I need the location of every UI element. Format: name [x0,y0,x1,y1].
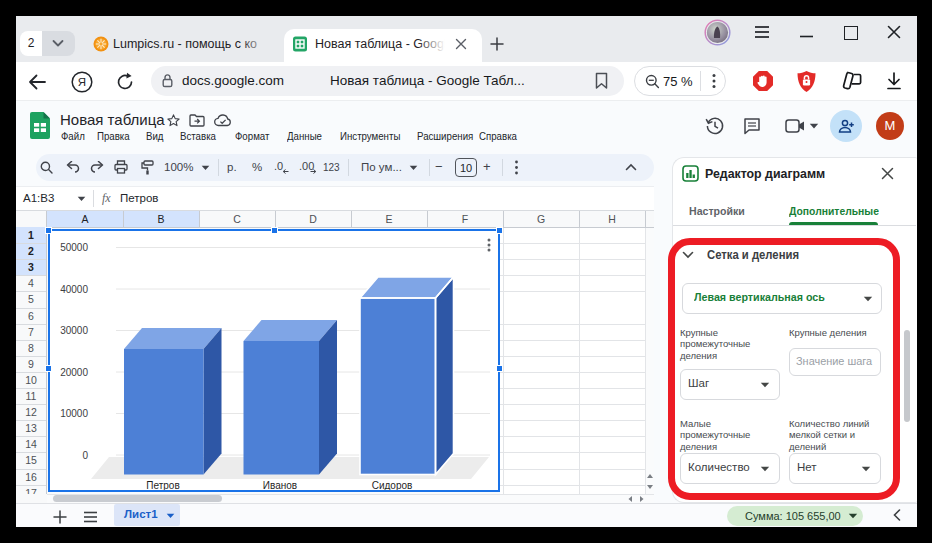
svg-text:20000: 20000 [60,367,88,378]
svg-text:Иванов: Иванов [263,480,297,491]
svg-text:50000: 50000 [60,242,88,253]
svg-text:Петров: Петров [146,480,179,491]
svg-text:Сидоров: Сидоров [372,480,413,491]
svg-text:Я: Я [78,76,86,88]
svg-text:30000: 30000 [60,325,88,336]
svg-text:10000: 10000 [60,408,88,419]
svg-text:0: 0 [82,450,88,461]
svg-text:40000: 40000 [60,284,88,295]
